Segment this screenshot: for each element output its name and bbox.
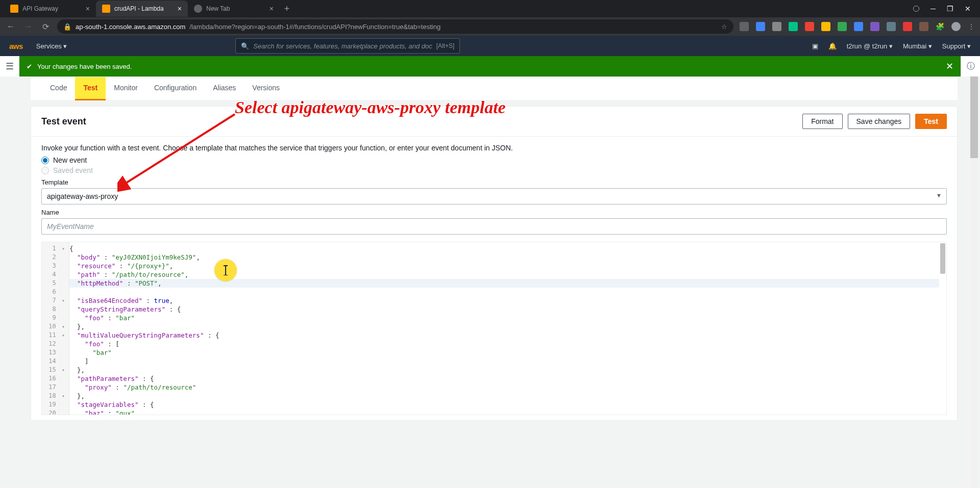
test-event-title: Test event [41, 116, 86, 127]
tab-test[interactable]: Test [75, 77, 106, 100]
tab-configuration[interactable]: Configuration [146, 77, 205, 100]
aws-favicon-icon [102, 5, 110, 13]
test-event-body: Invoke your function with a test event. … [31, 137, 957, 415]
ext-icon[interactable] [870, 22, 879, 31]
aws-search-input[interactable] [253, 42, 432, 50]
page-scrollbar[interactable] [970, 76, 978, 488]
info-icon[interactable]: ⓘ [961, 56, 980, 76]
saved-event-radio-input[interactable] [41, 167, 49, 174]
function-tabs: Code Test Monitor Configuration Aliases … [31, 76, 958, 100]
success-banner: ✔ Your changes have been saved. ✕ [19, 56, 961, 76]
json-editor[interactable]: 1 ▾2 3 4 5 6 7 ▾8 9 10 ▾11 ▾12 13 14 15 … [41, 242, 947, 415]
account-menu[interactable]: t2run @ t2run ▾ [847, 42, 893, 50]
new-event-radio[interactable]: New event [41, 156, 947, 164]
extensions-icon[interactable]: 🧩 [936, 22, 944, 31]
minimize-icon[interactable]: ─ [930, 5, 936, 13]
close-icon[interactable]: × [270, 5, 274, 13]
reload-icon[interactable]: ⟳ [40, 22, 51, 32]
tab-monitor[interactable]: Monitor [106, 77, 146, 100]
close-icon[interactable]: ✕ [946, 61, 953, 72]
region-menu[interactable]: Mumbai ▾ [903, 42, 932, 50]
event-name-input[interactable] [41, 218, 947, 235]
format-button[interactable]: Format [802, 114, 842, 129]
aws-nav-right: ▣ 🔔 t2run @ t2run ▾ Mumbai ▾ Support ▾ [812, 42, 971, 50]
editor-content[interactable]: { "body" : "eyJ0ZXN0IjoiYm9keSJ9", "reso… [69, 244, 939, 415]
ext-icon[interactable] [838, 22, 847, 31]
lock-icon: 🔒 [63, 23, 71, 31]
content: Code Test Monitor Configuration Aliases … [19, 76, 969, 488]
save-changes-button[interactable]: Save changes [848, 114, 911, 129]
back-icon[interactable]: ← [5, 22, 16, 31]
ext-icon[interactable] [903, 22, 912, 31]
subnav-row: ☰ ✔ Your changes have been saved. ✕ ⓘ [0, 56, 980, 76]
close-window-icon[interactable]: ✕ [965, 5, 971, 13]
close-icon[interactable]: × [86, 5, 90, 13]
maximize-icon[interactable]: ❐ [947, 5, 953, 13]
chrome-favicon-icon [194, 5, 202, 13]
template-select[interactable] [41, 188, 947, 204]
test-button[interactable]: Test [915, 114, 947, 129]
new-tab-button[interactable]: + [280, 4, 294, 14]
side-nav-toggle[interactable]: ☰ [0, 56, 19, 76]
tab-code[interactable]: Code [42, 77, 75, 100]
template-label: Template [41, 178, 947, 186]
tab-title: API Gateway [22, 5, 58, 12]
ext-icon[interactable] [789, 22, 798, 31]
template-select-wrap [41, 188, 947, 204]
browser-tab-1[interactable]: crudAPI - Lambda × [96, 1, 188, 17]
name-label: Name [41, 209, 947, 216]
check-circle-icon: ✔ [27, 63, 32, 70]
editor-scrollbar[interactable] [940, 243, 945, 414]
test-event-description: Invoke your function with a test event. … [41, 144, 947, 152]
address-bar: ← → ⟳ 🔒 ap-south-1.console.aws.amazon.co… [0, 17, 980, 36]
search-shortcut: [Alt+S] [436, 42, 455, 49]
notifications-icon[interactable]: 🔔 [828, 42, 837, 50]
close-icon[interactable]: × [178, 5, 182, 13]
search-icon: 🔍 [241, 42, 249, 50]
tab-bar: API Gateway × crudAPI - Lambda × New Tab… [0, 0, 980, 17]
menu-icon[interactable]: ⋮ [968, 22, 975, 31]
aws-logo[interactable]: aws [9, 42, 23, 50]
ext-icon[interactable] [772, 22, 781, 31]
tab-title: crudAPI - Lambda [114, 5, 164, 12]
url-host: ap-south-1.console.aws.amazon.com [76, 23, 185, 31]
ext-icon[interactable] [805, 22, 814, 31]
aws-global-nav: aws Services ▾ 🔍 [Alt+S] ▣ 🔔 t2run @ t2r… [0, 36, 980, 56]
browser-chrome: API Gateway × crudAPI - Lambda × New Tab… [0, 0, 980, 36]
tab-versions[interactable]: Versions [244, 77, 288, 100]
ext-icon[interactable] [919, 22, 928, 31]
forward-icon[interactable]: → [22, 22, 34, 31]
services-menu[interactable]: Services ▾ [36, 42, 67, 50]
ext-icon[interactable] [756, 22, 765, 31]
aws-search[interactable]: 🔍 [Alt+S] [235, 38, 460, 54]
browser-tab-0[interactable]: API Gateway × [4, 1, 96, 17]
editor-gutter: 1 ▾2 3 4 5 6 7 ▾8 9 10 ▾11 ▾12 13 14 15 … [42, 242, 69, 415]
banner-message: Your changes have been saved. [37, 63, 132, 70]
aws-favicon-icon [10, 5, 18, 13]
test-event-actions: Format Save changes Test [802, 114, 947, 129]
ext-icon[interactable] [854, 22, 863, 31]
cloudshell-icon[interactable]: ▣ [812, 42, 818, 50]
support-menu[interactable]: Support ▾ [942, 42, 971, 50]
window-controls: ─ ❐ ✕ [913, 5, 980, 13]
saved-event-radio[interactable]: Saved event [41, 166, 947, 174]
extension-icons: 🧩 ⋮ [740, 22, 975, 31]
incognito-icon [913, 6, 919, 12]
new-event-radio-input[interactable] [41, 157, 49, 164]
ext-icon[interactable] [740, 22, 749, 31]
ext-icon[interactable] [821, 22, 830, 31]
ext-icon[interactable] [887, 22, 896, 31]
url-input[interactable]: 🔒 ap-south-1.console.aws.amazon.com/lamb… [57, 19, 733, 34]
tab-aliases[interactable]: Aliases [205, 77, 244, 100]
page-scrollbar-thumb[interactable] [970, 76, 978, 158]
star-icon[interactable]: ☆ [721, 23, 727, 31]
url-path: /lambda/home?region=ap-south-1#/function… [189, 23, 440, 31]
editor-scrollbar-thumb[interactable] [940, 243, 945, 274]
tab-title: New Tab [206, 5, 230, 12]
test-event-header: Test event Format Save changes Test [31, 107, 957, 137]
test-event-card: Test event Format Save changes Test Invo… [31, 106, 958, 421]
browser-tab-2[interactable]: New Tab × [188, 1, 280, 17]
profile-avatar-icon[interactable] [951, 22, 961, 31]
